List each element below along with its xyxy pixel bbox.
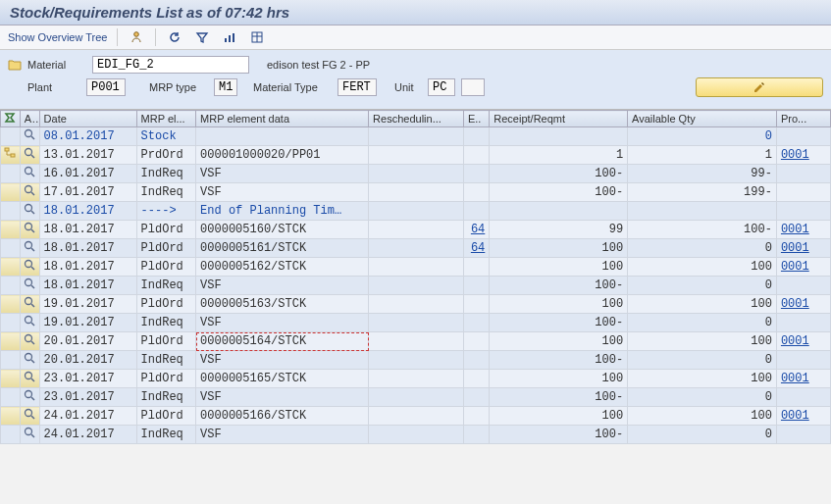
col-date[interactable]: Date xyxy=(39,111,136,127)
detail-icon[interactable] xyxy=(20,332,39,351)
table-row[interactable]: 17.01.2017IndReqVSF100-199- xyxy=(1,183,831,202)
svg-point-0 xyxy=(134,32,139,37)
col-avail[interactable]: Available Qty xyxy=(628,111,777,127)
detail-icon[interactable] xyxy=(20,258,39,277)
detail-icon[interactable] xyxy=(20,314,39,332)
unit-field[interactable] xyxy=(428,78,455,96)
edit-button[interactable] xyxy=(696,77,823,97)
cell-exception[interactable]: 64 xyxy=(463,221,489,239)
material-field[interactable] xyxy=(92,56,249,74)
detail-icon[interactable] xyxy=(20,388,39,407)
table-row[interactable]: 23.01.2017IndReqVSF100-0 xyxy=(1,388,831,407)
cell-mrp-element: IndReq xyxy=(136,388,196,407)
cell-available: 100 xyxy=(628,258,777,277)
detail-icon[interactable] xyxy=(20,239,39,258)
row-expand-icon[interactable] xyxy=(1,426,21,444)
cell-storage xyxy=(776,202,830,221)
svg-line-40 xyxy=(31,416,34,419)
refresh-icon[interactable] xyxy=(166,28,183,46)
cell-storage[interactable]: 0001 xyxy=(776,258,830,277)
detail-icon[interactable] xyxy=(20,407,39,426)
cell-storage[interactable]: 0001 xyxy=(776,146,830,165)
svg-rect-9 xyxy=(5,148,9,151)
col-mrp-el[interactable]: MRP el... xyxy=(136,111,196,127)
row-expand-icon[interactable] xyxy=(1,314,21,332)
svg-line-38 xyxy=(31,397,34,400)
table-row[interactable]: 24.01.2017IndReqVSF100-0 xyxy=(1,426,831,444)
table-row[interactable]: 23.01.2017PldOrd0000005165/STCK100100000… xyxy=(1,370,831,388)
table-row[interactable]: 16.01.2017IndReqVSF100-99- xyxy=(1,165,831,183)
folder-icon[interactable] xyxy=(8,58,22,72)
cell-storage[interactable]: 0001 xyxy=(776,332,830,351)
user-settings-icon[interactable] xyxy=(128,28,145,46)
row-expand-icon[interactable] xyxy=(1,202,21,221)
detail-icon[interactable] xyxy=(20,146,39,165)
row-expand-icon[interactable] xyxy=(1,146,21,165)
cell-storage[interactable]: 0001 xyxy=(776,221,830,239)
table-row[interactable]: 18.01.2017PldOrd0000005162/STCK100100000… xyxy=(1,258,831,277)
col-except[interactable]: E.. xyxy=(463,111,489,127)
col-action[interactable]: A.. xyxy=(20,111,39,127)
row-expand-icon[interactable] xyxy=(1,183,21,202)
cell-reschedule xyxy=(369,258,464,277)
row-expand-icon[interactable] xyxy=(1,239,21,258)
table-row[interactable]: 24.01.2017PldOrd0000005166/STCK100100000… xyxy=(1,407,831,426)
show-overview-tree-link[interactable]: Show Overview Tree xyxy=(8,31,107,43)
mrp-type-field[interactable] xyxy=(214,78,237,96)
cell-storage[interactable]: 0001 xyxy=(776,370,830,388)
table-row[interactable]: 19.01.2017PldOrd0000005163/STCK100100000… xyxy=(1,295,831,314)
detail-icon[interactable] xyxy=(20,295,39,314)
svg-point-35 xyxy=(26,373,32,379)
table-row[interactable]: 18.01.2017IndReqVSF100-0 xyxy=(1,277,831,295)
row-expand-icon[interactable] xyxy=(1,165,21,183)
col-summary[interactable] xyxy=(1,111,21,127)
detail-icon[interactable] xyxy=(20,426,39,444)
row-expand-icon[interactable] xyxy=(1,295,21,314)
row-expand-icon[interactable] xyxy=(1,332,21,351)
table-icon[interactable] xyxy=(248,28,266,46)
detail-icon[interactable] xyxy=(20,370,39,388)
detail-icon[interactable] xyxy=(20,202,39,221)
cell-storage[interactable]: 0001 xyxy=(776,239,830,258)
table-row[interactable]: 19.01.2017IndReqVSF100-0 xyxy=(1,314,831,332)
row-expand-icon[interactable] xyxy=(1,351,21,370)
table-row[interactable]: 08.01.2017Stock0 xyxy=(1,127,831,146)
page-title: Stock/Requirements List as of 07:42 hrs xyxy=(0,0,831,25)
cell-reschedule xyxy=(369,370,464,388)
row-expand-icon[interactable] xyxy=(1,407,21,426)
graph-icon[interactable] xyxy=(221,28,238,46)
cell-storage[interactable]: 0001 xyxy=(776,407,830,426)
svg-line-28 xyxy=(31,304,34,307)
table-row[interactable]: 13.01.2017PrdOrd000001000020/PP01110001 xyxy=(1,146,831,165)
cell-storage xyxy=(776,165,830,183)
cell-mrp-element: PldOrd xyxy=(136,258,196,277)
detail-icon[interactable] xyxy=(20,127,39,146)
row-expand-icon[interactable] xyxy=(1,370,21,388)
plant-field[interactable] xyxy=(86,78,126,96)
unit-extra-field[interactable] xyxy=(461,78,485,96)
table-row[interactable]: 20.01.2017IndReqVSF100-0 xyxy=(1,351,831,370)
cell-storage[interactable]: 0001 xyxy=(776,295,830,314)
detail-icon[interactable] xyxy=(20,183,39,202)
row-expand-icon[interactable] xyxy=(1,127,21,146)
detail-icon[interactable] xyxy=(20,221,39,239)
row-expand-icon[interactable] xyxy=(1,277,21,295)
filter-icon[interactable] xyxy=(193,28,211,46)
cell-exception[interactable]: 64 xyxy=(463,239,489,258)
table-row[interactable]: 18.01.2017---->End of Planning Tim… xyxy=(1,202,831,221)
col-mrp-data[interactable]: MRP element data xyxy=(196,111,369,127)
row-expand-icon[interactable] xyxy=(1,221,21,239)
cell-date: 19.01.2017 xyxy=(39,314,136,332)
row-expand-icon[interactable] xyxy=(1,388,21,407)
detail-icon[interactable] xyxy=(20,351,39,370)
detail-icon[interactable] xyxy=(20,277,39,295)
row-expand-icon[interactable] xyxy=(1,258,21,277)
col-storage[interactable]: Pro... xyxy=(776,111,830,127)
col-receipt[interactable]: Receipt/Reqmt xyxy=(490,111,628,127)
table-row[interactable]: 20.01.2017PldOrd0000005164/STCK100100000… xyxy=(1,332,831,351)
detail-icon[interactable] xyxy=(20,165,39,183)
col-resched[interactable]: Reschedulin... xyxy=(369,111,464,127)
table-row[interactable]: 18.01.2017PldOrd0000005160/STCK6499100-0… xyxy=(1,221,831,239)
table-row[interactable]: 18.01.2017PldOrd0000005161/STCK641000000… xyxy=(1,239,831,258)
material-type-field[interactable] xyxy=(338,78,377,96)
